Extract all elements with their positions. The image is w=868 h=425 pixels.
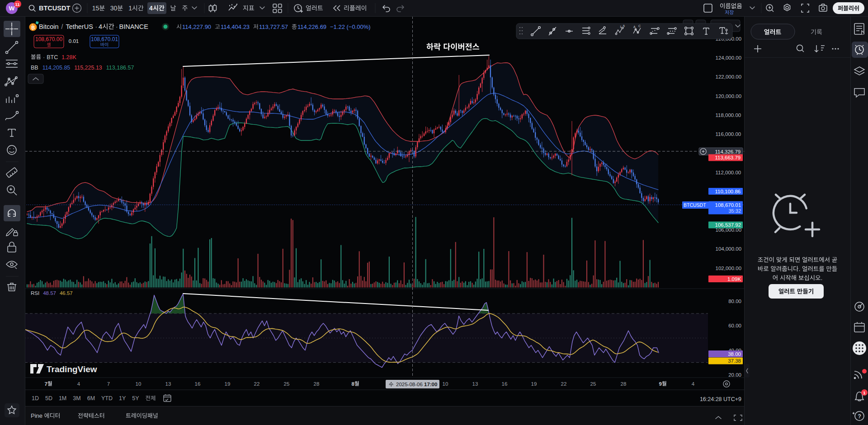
svg-text:1: 1: [620, 25, 622, 28]
svg-text:113,727.57: 113,727.57: [259, 23, 288, 30]
svg-text:19: 19: [531, 381, 537, 387]
svg-text:28: 28: [621, 381, 627, 387]
svg-text:6M: 6M: [87, 395, 95, 402]
svg-text:114,226.69: 114,226.69: [297, 23, 326, 30]
svg-text:35:32: 35:32: [729, 208, 741, 214]
svg-text:114,404.23: 114,404.23: [221, 23, 250, 30]
svg-text:BINANCE: BINANCE: [119, 23, 149, 30]
svg-text:C: C: [638, 24, 641, 28]
svg-text:Pine: Pine: [31, 412, 42, 419]
svg-text:118,000.00: 118,000.00: [716, 112, 741, 118]
svg-text:19: 19: [225, 381, 231, 387]
svg-text:25: 25: [590, 381, 596, 387]
svg-text:37.38: 37.38: [728, 358, 741, 364]
svg-text:115,225.13: 115,225.13: [74, 65, 102, 71]
svg-text:1D: 1D: [32, 395, 39, 402]
svg-text:46.57: 46.57: [60, 290, 73, 296]
svg-text:1Y: 1Y: [119, 395, 126, 402]
svg-text:110,100.86: 110,100.86: [715, 189, 741, 194]
svg-text:8: 8: [351, 381, 354, 387]
svg-text:.: .: [799, 266, 801, 272]
svg-text:122,000.00: 122,000.00: [716, 74, 742, 79]
svg-text:W: W: [9, 5, 14, 12]
svg-text:Bitcoin: Bitcoin: [39, 23, 59, 30]
svg-text:124,000.00: 124,000.00: [716, 55, 742, 61]
svg-text:16: 16: [502, 381, 508, 387]
svg-text:B: B: [31, 25, 35, 30]
svg-text:114,326.79: 114,326.79: [715, 149, 741, 154]
svg-text:BB: BB: [31, 65, 38, 71]
svg-text:0.01: 0.01: [69, 38, 79, 44]
svg-text:3M: 3M: [73, 395, 80, 402]
svg-text:7: 7: [44, 381, 47, 387]
svg-text:?: ?: [858, 413, 861, 420]
svg-text:22: 22: [561, 381, 567, 387]
svg-text:1.28K: 1.28K: [61, 54, 76, 61]
svg-text:BTCUSDT: BTCUSDT: [39, 5, 70, 12]
svg-text:16: 16: [195, 381, 201, 387]
svg-text:4: 4: [692, 381, 695, 387]
svg-text:10: 10: [443, 381, 448, 387]
svg-text:1: 1: [863, 390, 866, 395]
svg-text:·: ·: [43, 54, 45, 61]
svg-text:38.00: 38.00: [728, 351, 741, 357]
svg-text:102,000.00: 102,000.00: [716, 266, 742, 271]
svg-text:BTCUSDT: BTCUSDT: [684, 202, 706, 208]
svg-text:48.57: 48.57: [43, 290, 56, 296]
svg-text:1.09K: 1.09K: [727, 276, 741, 282]
svg-text:5D: 5D: [45, 395, 52, 402]
svg-text:A: A: [633, 25, 636, 28]
svg-text:BTC: BTC: [47, 54, 58, 61]
svg-text:11: 11: [15, 2, 20, 7]
svg-text:/: /: [61, 23, 63, 30]
svg-text:104,000.00: 104,000.00: [716, 246, 742, 252]
svg-text:1M: 1M: [59, 395, 66, 402]
svg-text:10: 10: [136, 381, 142, 387]
svg-text:113,186.57: 113,186.57: [106, 65, 134, 71]
svg-text:106,537.92: 106,537.92: [715, 222, 741, 228]
svg-text:20.00: 20.00: [728, 372, 741, 378]
svg-text:7: 7: [107, 381, 110, 387]
svg-text:2025-08-06: 2025-08-06: [396, 382, 423, 387]
svg-text:22: 22: [254, 381, 260, 387]
svg-text:113,663.79: 113,663.79: [715, 155, 741, 160]
svg-text:108,670.01: 108,670.01: [715, 202, 741, 208]
svg-text:·: ·: [116, 23, 118, 30]
svg-text:116,000.00: 116,000.00: [716, 131, 741, 137]
svg-text:−1.22 (−0.00%): −1.22 (−0.00%): [330, 23, 371, 30]
svg-text:·: ·: [95, 23, 98, 30]
svg-text:4: 4: [99, 23, 102, 30]
svg-text:13: 13: [472, 381, 478, 387]
svg-text:108,670.00: 108,670.00: [35, 36, 62, 42]
svg-text:4: 4: [149, 5, 153, 12]
svg-text:TradingView: TradingView: [47, 364, 97, 374]
svg-text:5: 5: [623, 24, 625, 28]
svg-text:.: .: [821, 275, 823, 281]
svg-text:15: 15: [92, 5, 99, 12]
svg-text:1: 1: [128, 5, 132, 12]
svg-text:TetherUS: TetherUS: [66, 23, 93, 30]
svg-text:17:00: 17:00: [424, 382, 437, 387]
svg-text:120,000.00: 120,000.00: [716, 93, 742, 99]
svg-text:80.00: 80.00: [728, 299, 741, 304]
svg-text:30: 30: [110, 5, 118, 12]
svg-text:108,670.01: 108,670.01: [91, 36, 118, 42]
svg-text:13: 13: [165, 381, 171, 387]
svg-text:16:24:28 UTC+9: 16:24:28 UTC+9: [700, 396, 741, 402]
svg-text:RSI: RSI: [31, 290, 39, 296]
svg-text:114,227.90: 114,227.90: [182, 23, 211, 30]
svg-text:YTD: YTD: [101, 395, 113, 402]
svg-text:9: 9: [659, 381, 661, 387]
svg-text:112,000.00: 112,000.00: [716, 170, 741, 175]
svg-text:114,205.85: 114,205.85: [42, 65, 71, 71]
svg-text:60.00: 60.00: [728, 323, 741, 328]
svg-text:5Y: 5Y: [132, 395, 139, 402]
svg-text:25: 25: [284, 381, 290, 387]
svg-text:4: 4: [77, 381, 80, 387]
svg-text:28: 28: [314, 381, 320, 387]
